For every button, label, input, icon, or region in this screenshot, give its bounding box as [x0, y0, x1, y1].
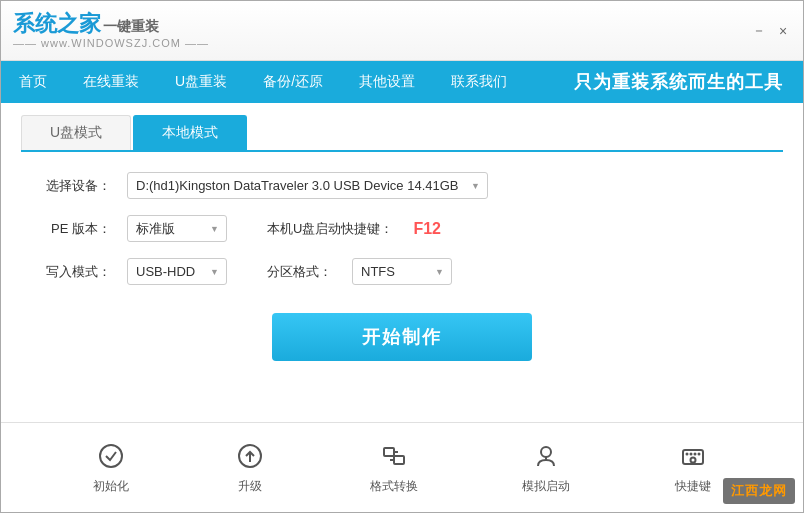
pe-select[interactable]: 标准版	[127, 215, 227, 242]
hotkey-label: 本机U盘启动快捷键：	[267, 220, 393, 238]
nav-item-home[interactable]: 首页	[1, 61, 65, 103]
svg-point-6	[541, 447, 551, 457]
nav-item-usb[interactable]: U盘重装	[157, 61, 245, 103]
partition-label: 分区格式：	[267, 263, 332, 281]
minimize-button[interactable]: －	[751, 23, 767, 39]
bottom-bar: 初始化 升级	[1, 422, 803, 512]
svg-rect-3	[394, 456, 404, 464]
format-label: 格式转换	[370, 478, 418, 495]
bottom-item-init[interactable]: 初始化	[93, 440, 129, 495]
hotkey-value: F12	[413, 220, 441, 238]
shortcut-label: 快捷键	[675, 478, 711, 495]
form-area: 选择设备： D:(hd1)Kingston DataTraveler 3.0 U…	[1, 152, 803, 422]
app-title: 系统之家一键重装	[13, 13, 159, 35]
yi-label: 一键重装	[103, 18, 159, 34]
title-text: 系统之家	[13, 11, 101, 36]
nav-item-contact[interactable]: 联系我们	[433, 61, 525, 103]
nav-item-settings[interactable]: 其他设置	[341, 61, 433, 103]
simulate-icon	[530, 440, 562, 472]
window-controls: － ×	[751, 23, 791, 39]
tab-local[interactable]: 本地模式	[133, 115, 247, 150]
device-row: 选择设备： D:(hd1)Kingston DataTraveler 3.0 U…	[41, 172, 763, 199]
content-area: U盘模式 本地模式 选择设备： D:(hd1)Kingston DataTrav…	[1, 103, 803, 512]
init-label: 初始化	[93, 478, 129, 495]
navbar: 首页 在线重装 U盘重装 备份/还原 其他设置 联系我们 只为重装系统而生的工具	[1, 61, 803, 103]
nav-items: 首页 在线重装 U盘重装 备份/还原 其他设置 联系我们	[1, 61, 525, 103]
pe-row: PE 版本： 标准版 本机U盘启动快捷键： F12	[41, 215, 763, 242]
bottom-item-simulate[interactable]: 模拟启动	[522, 440, 570, 495]
write-select[interactable]: USB-HDD	[127, 258, 227, 285]
upgrade-icon	[234, 440, 266, 472]
format-icon	[378, 440, 410, 472]
watermark: 江西龙网	[723, 478, 795, 504]
tab-usb[interactable]: U盘模式	[21, 115, 131, 150]
device-label: 选择设备：	[41, 177, 111, 195]
app-logo: 系统之家一键重装 —— www.WINDOWSZJ.COM ——	[13, 13, 209, 49]
nav-item-backup[interactable]: 备份/还原	[245, 61, 341, 103]
nav-slogan: 只为重装系统而生的工具	[574, 70, 803, 94]
subtitle-text: —— www.WINDOWSZJ.COM ——	[13, 37, 209, 49]
partition-select-wrapper: NTFS	[352, 258, 452, 285]
shortcut-icon	[677, 440, 709, 472]
close-button[interactable]: ×	[775, 23, 791, 39]
simulate-label: 模拟启动	[522, 478, 570, 495]
write-row: 写入模式： USB-HDD 分区格式： NTFS	[41, 258, 763, 285]
bottom-item-shortcut[interactable]: 快捷键	[675, 440, 711, 495]
pe-select-wrapper: 标准版	[127, 215, 227, 242]
bottom-item-format[interactable]: 格式转换	[370, 440, 418, 495]
svg-point-9	[690, 458, 695, 463]
titlebar: 系统之家一键重装 —— www.WINDOWSZJ.COM —— － ×	[1, 1, 803, 61]
bottom-item-upgrade[interactable]: 升级	[234, 440, 266, 495]
tab-bar: U盘模式 本地模式	[21, 115, 783, 152]
start-button[interactable]: 开始制作	[272, 313, 532, 361]
init-icon	[95, 440, 127, 472]
svg-point-0	[100, 445, 122, 467]
pe-label: PE 版本：	[41, 220, 111, 238]
write-label: 写入模式：	[41, 263, 111, 281]
device-select[interactable]: D:(hd1)Kingston DataTraveler 3.0 USB Dev…	[127, 172, 488, 199]
svg-rect-2	[384, 448, 394, 456]
partition-select[interactable]: NTFS	[352, 258, 452, 285]
upgrade-label: 升级	[238, 478, 262, 495]
device-select-wrapper: D:(hd1)Kingston DataTraveler 3.0 USB Dev…	[127, 172, 488, 199]
write-select-wrapper: USB-HDD	[127, 258, 227, 285]
nav-item-online[interactable]: 在线重装	[65, 61, 157, 103]
